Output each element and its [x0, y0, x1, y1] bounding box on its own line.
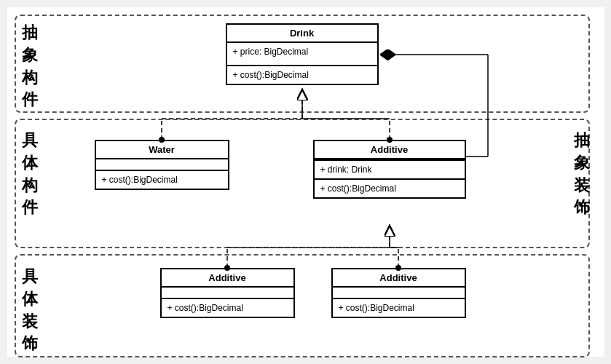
class-additive-middle-attrs: + drink: Drink	[315, 159, 465, 178]
additive-right-method-1: + cost():BigDecimal	[339, 302, 459, 314]
water-method-1: + cost():BigDecimal	[102, 174, 222, 186]
class-additive-middle-methods: + cost():BigDecimal	[315, 178, 465, 197]
class-drink-attributes: + price: BigDecimal	[227, 43, 377, 65]
class-additive-left-empty	[162, 288, 293, 299]
class-drink-methods: + cost():BigDecimal	[227, 65, 377, 84]
class-water-methods: + cost():BigDecimal	[96, 171, 228, 189]
drink-method-1: + cost():BigDecimal	[233, 69, 371, 81]
additive-mid-method-1: + cost():BigDecimal	[320, 183, 459, 194]
class-drink: Drink + price: BigDecimal + cost():BigDe…	[226, 23, 379, 85]
additive-mid-attr-1: + drink: Drink	[320, 164, 459, 175]
class-additive-left: Additive + cost():BigDecimal	[160, 268, 295, 318]
class-additive-middle: Additive + drink: Drink + cost():BigDeci…	[313, 140, 466, 199]
class-additive-left-methods: + cost():BigDecimal	[162, 299, 293, 317]
class-additive-middle-title: Additive	[315, 141, 465, 159]
class-additive-left-title: Additive	[162, 269, 293, 288]
label-concrete-component: 具体构件	[22, 130, 38, 219]
label-abstract-decorator: 抽象装饰	[574, 130, 590, 219]
label-abstract-component: 抽象构件	[22, 22, 38, 111]
drink-attr-1: + price: BigDecimal	[233, 46, 371, 58]
class-water-empty	[96, 159, 228, 171]
class-additive-right-title: Additive	[333, 269, 465, 288]
diagram-container: 抽象构件 具体构件 抽象装饰 具体装饰 Drink + price: BigDe…	[7, 7, 604, 357]
class-water: Water + cost():BigDecimal	[95, 140, 229, 190]
class-drink-title: Drink	[227, 25, 377, 43]
class-additive-right: Additive + cost():BigDecimal	[331, 268, 466, 318]
label-concrete-decorator: 具体装饰	[22, 266, 38, 355]
class-water-title: Water	[96, 141, 228, 159]
section-concrete-decorator	[15, 254, 590, 357]
additive-left-method-1: + cost():BigDecimal	[167, 302, 288, 314]
class-additive-right-empty	[333, 288, 465, 299]
class-additive-right-methods: + cost():BigDecimal	[333, 299, 465, 317]
